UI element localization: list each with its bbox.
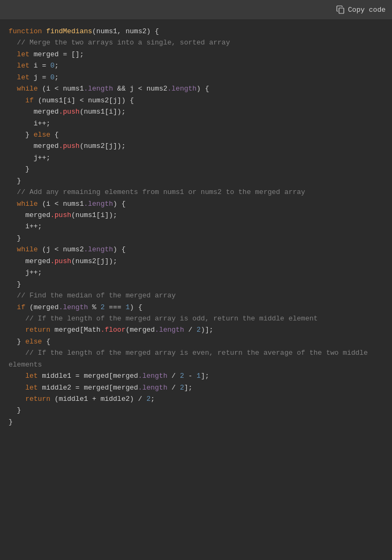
code-line: let middle1 = merged[merged.length / 2 -… [0, 370, 392, 382]
code-line: while (i < nums1.length && j < nums2.len… [0, 83, 392, 94]
code-line: return merged[Math.floor(merged.length /… [0, 324, 392, 335]
code-line: let j = 0; [0, 72, 392, 83]
code-line: merged.push(nums1[i]); [0, 210, 392, 221]
svg-rect-0 [339, 8, 344, 13]
code-line: // If the length of the merged array is … [0, 313, 392, 324]
code-line: elements [0, 359, 392, 370]
code-line: if (nums1[i] < nums2[j]) { [0, 95, 392, 106]
copy-icon [336, 5, 345, 14]
code-line: // Find the median of the merged array [0, 290, 392, 301]
code-line: } [0, 405, 392, 416]
code-line: merged.push(nums2[j]); [0, 256, 392, 267]
code-line: let middle2 = merged[merged.length / 2]; [0, 382, 392, 393]
code-line: merged.push(nums2[j]); [0, 140, 392, 152]
code-line: return (middle1 + middle2) / 2; [0, 393, 392, 405]
code-line: } else { [0, 129, 392, 140]
copy-code-label: Copy code [348, 6, 386, 14]
code-line: } [0, 233, 392, 244]
code-line: j++; [0, 267, 392, 278]
code-line: } else { [0, 336, 392, 347]
code-line: i++; [0, 221, 392, 232]
code-line: let merged = []; [0, 49, 392, 60]
code-line: function findMedians(nums1, nums2) { [0, 26, 392, 37]
code-line: } [0, 163, 392, 175]
code-line: while (i < nums1.length) { [0, 198, 392, 210]
code-line: } [0, 175, 392, 186]
code-line: // Add any remaining elements from nums1… [0, 186, 392, 198]
code-line: // If the length of the merged array is … [0, 347, 392, 359]
code-block: function findMedians(nums1, nums2) { // … [0, 19, 392, 434]
code-line: let i = 0; [0, 60, 392, 71]
code-line: while (j < nums2.length) { [0, 244, 392, 255]
code-line: merged.push(nums1[i]); [0, 106, 392, 117]
code-line: j++; [0, 152, 392, 163]
toolbar: Copy code [0, 0, 392, 19]
code-line: i++; [0, 118, 392, 129]
copy-code-button[interactable]: Copy code [336, 5, 386, 14]
code-line: } [0, 416, 392, 428]
code-line: } [0, 279, 392, 290]
code-line: if (merged.length % 2 === 1) { [0, 302, 392, 313]
code-line: // Merge the two arrays into a single, s… [0, 37, 392, 48]
